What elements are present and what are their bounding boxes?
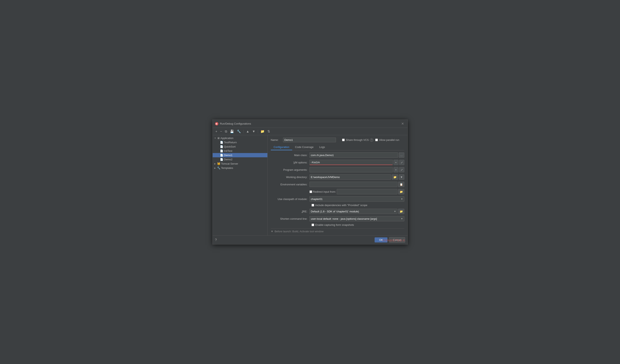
shorten-select-wrap: user-local default: none - java [options…	[310, 216, 404, 221]
down-button[interactable]: ▼	[251, 129, 256, 134]
program-args-input[interactable]	[310, 167, 393, 172]
program-args-input-wrap: + ⤢	[310, 167, 404, 172]
include-deps-row: Include dependencies with "Provided" sco…	[271, 204, 404, 207]
app-icon: ▶	[215, 122, 218, 125]
separator2	[258, 130, 258, 133]
templates-label: Templates	[221, 166, 233, 170]
testreturn-label: TestReturn	[224, 141, 237, 144]
program-add-button[interactable]: +	[394, 167, 398, 172]
working-dir-input[interactable]	[310, 174, 391, 180]
wrench-button[interactable]: 🔧	[236, 129, 242, 134]
sidebar-item-demo2[interactable]: 📄 Demo2	[213, 157, 267, 161]
footer: ? OK Cancel	[213, 235, 408, 244]
main-class-browse-button[interactable]: …	[399, 152, 404, 158]
title-bar: ▶ Run/Debug Configurations ✕	[213, 120, 408, 128]
name-label: Name:	[271, 138, 281, 142]
form-snapshots-checkbox[interactable]	[311, 224, 314, 226]
classpath-input-wrap: chapter01 ▼	[310, 196, 404, 202]
sidebar-item-tomcat[interactable]: ▶ 🐱 Tomcat Server	[213, 161, 267, 166]
close-button[interactable]: ✕	[400, 121, 405, 126]
main-class-input[interactable]	[310, 152, 398, 158]
working-dir-folder-button[interactable]: 📁	[392, 174, 398, 180]
tab-code-coverage[interactable]: Code Coverage	[292, 144, 316, 150]
content-area: Name: Share through VCS ? Allow parallel…	[268, 135, 408, 235]
class-icon-3: 📄	[220, 149, 223, 152]
vm-options-input[interactable]	[310, 160, 393, 165]
jre-label: JRE:	[271, 210, 308, 213]
application-icon: 🖥	[217, 137, 220, 140]
toolbar: + − ⧉ 💾 🔧 ▲ ▼ 📁 ⇅	[213, 128, 408, 135]
working-dir-dropdown-button[interactable]: ▼	[399, 174, 404, 180]
shorten-input-wrap: user-local default: none - java [options…	[310, 216, 404, 221]
copy-button[interactable]: ⧉	[224, 129, 228, 134]
templates-icon: 🔧	[217, 166, 220, 170]
vm-expand-button[interactable]: ⤢	[399, 160, 404, 165]
expand-arrow-templates: ▶	[214, 167, 217, 169]
form-area: Main class: … VM options: + ⤢	[271, 152, 404, 233]
folder-button[interactable]: 📁	[260, 129, 265, 134]
sidebar: ▼ 🖥 Application 📄 TestReturn 📄 QuickSort…	[213, 135, 268, 235]
demo1-label: Demo1	[224, 154, 232, 157]
expand-arrow-tomcat: ▶	[214, 163, 217, 165]
save-button[interactable]: 💾	[229, 129, 235, 134]
tab-configuration[interactable]: Configuration	[271, 144, 292, 150]
allow-parallel-checkbox[interactable]	[375, 139, 378, 141]
env-vars-edit-button[interactable]: 📋	[398, 182, 404, 187]
class-icon-4: 📄	[220, 154, 223, 157]
redirect-input[interactable]	[337, 189, 397, 194]
add-button[interactable]: +	[215, 129, 218, 134]
tab-logs[interactable]: Logs	[316, 144, 328, 150]
name-input[interactable]	[283, 138, 336, 142]
allow-parallel-row: Allow parallel run	[375, 138, 399, 142]
env-vars-row: Environment variables: 📋	[271, 182, 404, 187]
program-expand-button[interactable]: ⤢	[399, 167, 404, 172]
demo2-label: Demo2	[224, 158, 232, 161]
tab-bar: Configuration Code Coverage Logs	[271, 144, 404, 150]
redirect-row: Redirect input from: 📁	[271, 189, 404, 194]
tomcat-label: Tomcat Server	[221, 162, 238, 165]
application-label: Application	[221, 137, 233, 140]
env-vars-label: Environment variables:	[271, 183, 308, 186]
header-right: Share through VCS ? Allow parallel run	[342, 138, 399, 142]
redirect-folder-button[interactable]: 📁	[398, 189, 404, 194]
jre-select[interactable]: Default (1.8 - SDK of 'chapter01' module…	[310, 209, 397, 214]
classpath-select-wrap: chapter01 ▼	[310, 196, 404, 202]
help-button[interactable]: ?	[215, 238, 217, 242]
vm-add-button[interactable]: +	[394, 160, 398, 165]
share-vcs-checkbox[interactable]	[342, 139, 345, 141]
expand-arrow-application: ▼	[214, 137, 217, 139]
form-snapshots-label: Enable capturing form snapshots	[315, 223, 354, 226]
shorten-row: Shorten command line: user-local default…	[271, 216, 404, 221]
sidebar-item-inittest[interactable]: 📄 InitTest	[213, 149, 267, 153]
class-icon-1: 📄	[220, 141, 223, 144]
sidebar-item-quicksort[interactable]: 📄 QuickSort	[213, 145, 267, 149]
main-class-row: Main class: …	[271, 152, 404, 158]
include-deps-label: Include dependencies with "Provided" sco…	[315, 204, 368, 207]
redirect-checkbox[interactable]	[310, 190, 312, 193]
sort-button[interactable]: ⇅	[266, 129, 271, 134]
env-vars-input[interactable]	[310, 182, 397, 187]
classpath-select[interactable]: chapter01	[310, 196, 404, 202]
up-button[interactable]: ▲	[245, 129, 250, 134]
remove-button[interactable]: −	[219, 129, 223, 134]
sidebar-item-testreturn[interactable]: 📄 TestReturn	[213, 140, 267, 145]
working-dir-row: Working directory: 📁 ▼	[271, 174, 404, 180]
before-launch-label: Before launch: Build, Activate tool wind…	[275, 230, 324, 233]
redirect-label: Redirect input from:	[313, 190, 336, 193]
help-icon[interactable]: ?	[370, 138, 373, 142]
jre-input-wrap: Default (1.8 - SDK of 'chapter01' module…	[310, 209, 404, 214]
separator	[243, 130, 244, 133]
form-snapshots-row: Enable capturing form snapshots	[271, 223, 404, 226]
quicksort-label: QuickSort	[224, 145, 236, 148]
shorten-select[interactable]: user-local default: none - java [options…	[310, 216, 404, 221]
jre-folder-button[interactable]: 📁	[398, 209, 404, 214]
tomcat-icon: 🐱	[217, 162, 220, 165]
include-deps-checkbox[interactable]	[311, 204, 314, 206]
jre-row: JRE: Default (1.8 - SDK of 'chapter01' m…	[271, 209, 404, 214]
sidebar-item-application[interactable]: ▼ 🖥 Application	[213, 136, 267, 140]
vm-options-label: VM options:	[271, 161, 308, 164]
before-launch-arrow: ▼	[271, 230, 274, 233]
sidebar-item-templates[interactable]: ▶ 🔧 Templates	[213, 166, 267, 170]
before-launch-section: ▼ Before launch: Build, Activate tool wi…	[271, 228, 404, 233]
sidebar-item-demo1[interactable]: 📄 Demo1	[213, 153, 267, 157]
